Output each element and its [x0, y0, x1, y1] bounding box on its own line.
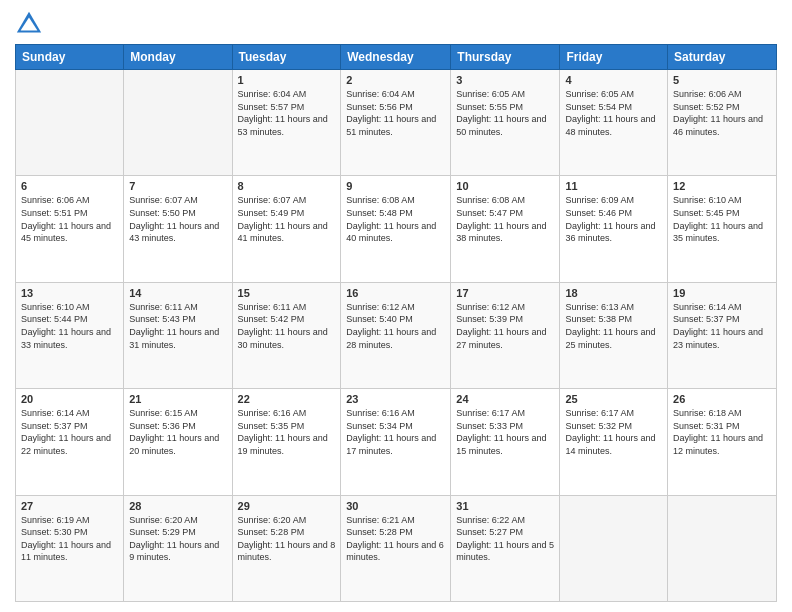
calendar-table: SundayMondayTuesdayWednesdayThursdayFrid… — [15, 44, 777, 602]
calendar-cell: 2Sunrise: 6:04 AMSunset: 5:56 PMDaylight… — [341, 70, 451, 176]
day-info: Sunrise: 6:16 AMSunset: 5:35 PMDaylight:… — [238, 407, 336, 457]
day-info: Sunrise: 6:08 AMSunset: 5:47 PMDaylight:… — [456, 194, 554, 244]
day-info: Sunrise: 6:20 AMSunset: 5:29 PMDaylight:… — [129, 514, 226, 564]
calendar-cell — [560, 495, 668, 601]
day-number: 31 — [456, 500, 554, 512]
calendar-cell: 12Sunrise: 6:10 AMSunset: 5:45 PMDayligh… — [668, 176, 777, 282]
calendar-cell: 5Sunrise: 6:06 AMSunset: 5:52 PMDaylight… — [668, 70, 777, 176]
calendar-cell: 6Sunrise: 6:06 AMSunset: 5:51 PMDaylight… — [16, 176, 124, 282]
day-number: 17 — [456, 287, 554, 299]
calendar-cell: 10Sunrise: 6:08 AMSunset: 5:47 PMDayligh… — [451, 176, 560, 282]
weekday-header-row: SundayMondayTuesdayWednesdayThursdayFrid… — [16, 45, 777, 70]
day-number: 15 — [238, 287, 336, 299]
calendar-cell: 11Sunrise: 6:09 AMSunset: 5:46 PMDayligh… — [560, 176, 668, 282]
logo — [15, 10, 47, 38]
day-info: Sunrise: 6:21 AMSunset: 5:28 PMDaylight:… — [346, 514, 445, 564]
calendar-cell: 8Sunrise: 6:07 AMSunset: 5:49 PMDaylight… — [232, 176, 341, 282]
weekday-header-saturday: Saturday — [668, 45, 777, 70]
day-info: Sunrise: 6:12 AMSunset: 5:39 PMDaylight:… — [456, 301, 554, 351]
day-info: Sunrise: 6:09 AMSunset: 5:46 PMDaylight:… — [565, 194, 662, 244]
day-number: 2 — [346, 74, 445, 86]
day-number: 29 — [238, 500, 336, 512]
week-row-5: 27Sunrise: 6:19 AMSunset: 5:30 PMDayligh… — [16, 495, 777, 601]
calendar-cell: 4Sunrise: 6:05 AMSunset: 5:54 PMDaylight… — [560, 70, 668, 176]
day-info: Sunrise: 6:10 AMSunset: 5:45 PMDaylight:… — [673, 194, 771, 244]
day-info: Sunrise: 6:17 AMSunset: 5:32 PMDaylight:… — [565, 407, 662, 457]
day-info: Sunrise: 6:13 AMSunset: 5:38 PMDaylight:… — [565, 301, 662, 351]
day-number: 1 — [238, 74, 336, 86]
day-number: 5 — [673, 74, 771, 86]
day-info: Sunrise: 6:07 AMSunset: 5:49 PMDaylight:… — [238, 194, 336, 244]
day-number: 6 — [21, 180, 118, 192]
day-number: 26 — [673, 393, 771, 405]
calendar-cell: 20Sunrise: 6:14 AMSunset: 5:37 PMDayligh… — [16, 389, 124, 495]
day-info: Sunrise: 6:19 AMSunset: 5:30 PMDaylight:… — [21, 514, 118, 564]
day-info: Sunrise: 6:04 AMSunset: 5:57 PMDaylight:… — [238, 88, 336, 138]
calendar-cell: 16Sunrise: 6:12 AMSunset: 5:40 PMDayligh… — [341, 282, 451, 388]
calendar-cell: 23Sunrise: 6:16 AMSunset: 5:34 PMDayligh… — [341, 389, 451, 495]
calendar-cell: 31Sunrise: 6:22 AMSunset: 5:27 PMDayligh… — [451, 495, 560, 601]
header — [15, 10, 777, 38]
day-number: 8 — [238, 180, 336, 192]
calendar-cell: 21Sunrise: 6:15 AMSunset: 5:36 PMDayligh… — [124, 389, 232, 495]
day-number: 28 — [129, 500, 226, 512]
calendar-cell: 25Sunrise: 6:17 AMSunset: 5:32 PMDayligh… — [560, 389, 668, 495]
day-info: Sunrise: 6:05 AMSunset: 5:54 PMDaylight:… — [565, 88, 662, 138]
day-number: 9 — [346, 180, 445, 192]
calendar-cell: 13Sunrise: 6:10 AMSunset: 5:44 PMDayligh… — [16, 282, 124, 388]
day-info: Sunrise: 6:12 AMSunset: 5:40 PMDaylight:… — [346, 301, 445, 351]
day-number: 10 — [456, 180, 554, 192]
page: SundayMondayTuesdayWednesdayThursdayFrid… — [0, 0, 792, 612]
calendar-cell: 26Sunrise: 6:18 AMSunset: 5:31 PMDayligh… — [668, 389, 777, 495]
day-number: 11 — [565, 180, 662, 192]
day-info: Sunrise: 6:20 AMSunset: 5:28 PMDaylight:… — [238, 514, 336, 564]
calendar-cell — [16, 70, 124, 176]
day-info: Sunrise: 6:07 AMSunset: 5:50 PMDaylight:… — [129, 194, 226, 244]
week-row-2: 6Sunrise: 6:06 AMSunset: 5:51 PMDaylight… — [16, 176, 777, 282]
calendar-cell — [668, 495, 777, 601]
day-info: Sunrise: 6:17 AMSunset: 5:33 PMDaylight:… — [456, 407, 554, 457]
calendar-cell: 14Sunrise: 6:11 AMSunset: 5:43 PMDayligh… — [124, 282, 232, 388]
day-info: Sunrise: 6:15 AMSunset: 5:36 PMDaylight:… — [129, 407, 226, 457]
logo-icon — [15, 10, 43, 38]
day-number: 12 — [673, 180, 771, 192]
day-number: 18 — [565, 287, 662, 299]
day-number: 3 — [456, 74, 554, 86]
day-number: 16 — [346, 287, 445, 299]
weekday-header-friday: Friday — [560, 45, 668, 70]
weekday-header-wednesday: Wednesday — [341, 45, 451, 70]
calendar-cell — [124, 70, 232, 176]
day-info: Sunrise: 6:08 AMSunset: 5:48 PMDaylight:… — [346, 194, 445, 244]
day-info: Sunrise: 6:16 AMSunset: 5:34 PMDaylight:… — [346, 407, 445, 457]
week-row-1: 1Sunrise: 6:04 AMSunset: 5:57 PMDaylight… — [16, 70, 777, 176]
day-info: Sunrise: 6:06 AMSunset: 5:52 PMDaylight:… — [673, 88, 771, 138]
weekday-header-monday: Monday — [124, 45, 232, 70]
day-number: 25 — [565, 393, 662, 405]
calendar-cell: 28Sunrise: 6:20 AMSunset: 5:29 PMDayligh… — [124, 495, 232, 601]
day-info: Sunrise: 6:14 AMSunset: 5:37 PMDaylight:… — [673, 301, 771, 351]
day-info: Sunrise: 6:11 AMSunset: 5:43 PMDaylight:… — [129, 301, 226, 351]
day-number: 14 — [129, 287, 226, 299]
day-number: 13 — [21, 287, 118, 299]
day-number: 19 — [673, 287, 771, 299]
day-number: 4 — [565, 74, 662, 86]
week-row-3: 13Sunrise: 6:10 AMSunset: 5:44 PMDayligh… — [16, 282, 777, 388]
day-number: 20 — [21, 393, 118, 405]
calendar-cell: 3Sunrise: 6:05 AMSunset: 5:55 PMDaylight… — [451, 70, 560, 176]
weekday-header-thursday: Thursday — [451, 45, 560, 70]
day-info: Sunrise: 6:05 AMSunset: 5:55 PMDaylight:… — [456, 88, 554, 138]
day-info: Sunrise: 6:06 AMSunset: 5:51 PMDaylight:… — [21, 194, 118, 244]
weekday-header-tuesday: Tuesday — [232, 45, 341, 70]
calendar-cell: 24Sunrise: 6:17 AMSunset: 5:33 PMDayligh… — [451, 389, 560, 495]
calendar-cell: 18Sunrise: 6:13 AMSunset: 5:38 PMDayligh… — [560, 282, 668, 388]
calendar-cell: 1Sunrise: 6:04 AMSunset: 5:57 PMDaylight… — [232, 70, 341, 176]
day-number: 23 — [346, 393, 445, 405]
calendar-cell: 9Sunrise: 6:08 AMSunset: 5:48 PMDaylight… — [341, 176, 451, 282]
week-row-4: 20Sunrise: 6:14 AMSunset: 5:37 PMDayligh… — [16, 389, 777, 495]
day-info: Sunrise: 6:11 AMSunset: 5:42 PMDaylight:… — [238, 301, 336, 351]
calendar-cell: 15Sunrise: 6:11 AMSunset: 5:42 PMDayligh… — [232, 282, 341, 388]
day-info: Sunrise: 6:10 AMSunset: 5:44 PMDaylight:… — [21, 301, 118, 351]
day-number: 21 — [129, 393, 226, 405]
calendar-cell: 7Sunrise: 6:07 AMSunset: 5:50 PMDaylight… — [124, 176, 232, 282]
day-info: Sunrise: 6:22 AMSunset: 5:27 PMDaylight:… — [456, 514, 554, 564]
